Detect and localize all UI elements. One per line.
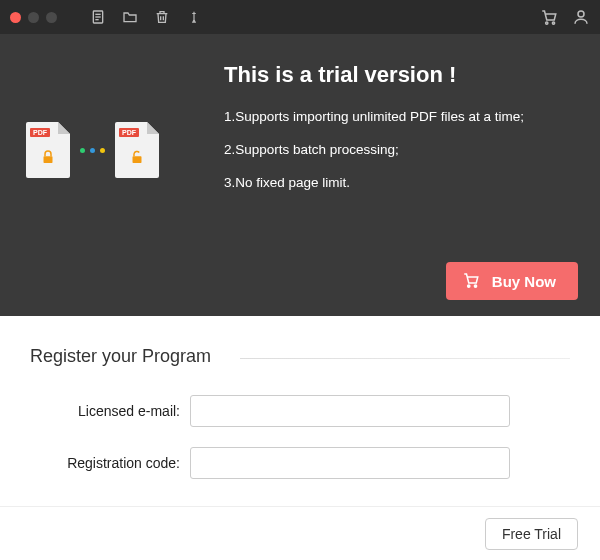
register-heading: Register your Program (30, 346, 570, 367)
pdf-tag: PDF (30, 128, 50, 137)
unlock-icon (128, 148, 146, 170)
buy-now-button[interactable]: Buy Now (446, 262, 578, 300)
trial-hero: PDF PDF This is a trial version ! 1.Supp… (0, 34, 600, 316)
window-controls (10, 12, 57, 23)
pdf-locked-icon: PDF (26, 122, 70, 178)
transition-dots-icon (80, 148, 105, 153)
close-window-button[interactable] (10, 12, 21, 23)
feature-list: 1.Supports importing unlimited PDF files… (224, 108, 566, 193)
svg-point-6 (546, 22, 548, 24)
pdf-tag: PDF (119, 128, 139, 137)
svg-point-8 (578, 11, 584, 17)
pdf-unlocked-icon: PDF (115, 122, 159, 178)
feature-item: 1.Supports importing unlimited PDF files… (224, 108, 566, 127)
pdf-unlock-graphic: PDF PDF (26, 122, 159, 178)
folder-icon[interactable] (121, 8, 139, 26)
titlebar-right (540, 8, 590, 26)
cart-icon (462, 271, 480, 292)
code-label: Registration code: (30, 455, 190, 471)
pen-icon[interactable] (185, 8, 203, 26)
footer: Free Trial (0, 506, 600, 560)
lock-icon (39, 148, 57, 170)
email-field[interactable] (190, 395, 510, 427)
minimize-window-button[interactable] (28, 12, 39, 23)
email-row: Licensed e-mail: (30, 395, 570, 427)
code-row: Registration code: (30, 447, 570, 479)
svg-point-7 (552, 22, 554, 24)
svg-point-11 (467, 284, 469, 286)
buy-now-label: Buy Now (492, 273, 556, 290)
hero-title: This is a trial version ! (224, 62, 566, 88)
cart-icon[interactable] (540, 8, 558, 26)
svg-rect-10 (133, 156, 142, 163)
svg-rect-9 (44, 156, 53, 163)
maximize-window-button[interactable] (46, 12, 57, 23)
register-section: Register your Program Licensed e-mail: R… (0, 316, 600, 509)
free-trial-button[interactable]: Free Trial (485, 518, 578, 550)
feature-item: 3.No fixed page limit. (224, 174, 566, 193)
document-icon[interactable] (89, 8, 107, 26)
titlebar-left (10, 8, 203, 26)
code-field[interactable] (190, 447, 510, 479)
feature-item: 2.Supports batch processing; (224, 141, 566, 160)
titlebar (0, 0, 600, 34)
trash-icon[interactable] (153, 8, 171, 26)
user-icon[interactable] (572, 8, 590, 26)
email-label: Licensed e-mail: (30, 403, 190, 419)
svg-point-12 (474, 284, 476, 286)
